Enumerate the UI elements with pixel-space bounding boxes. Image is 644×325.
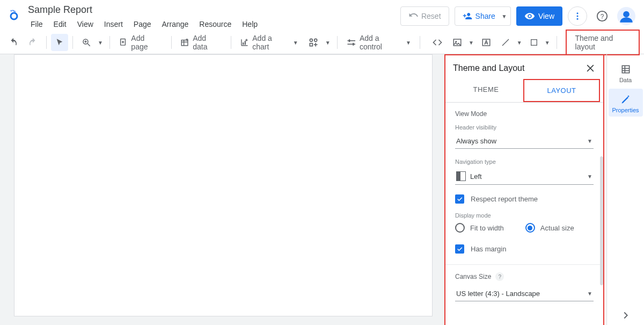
add-data-button[interactable]: Add data [176, 34, 226, 51]
svg-rect-21 [245, 41, 246, 45]
actual-size-radio[interactable] [525, 223, 535, 233]
header-visibility-label: Header visibility [455, 124, 594, 131]
svg-text:?: ? [601, 13, 604, 20]
community-viz-dropdown[interactable]: ▼ [323, 34, 333, 51]
menu-file[interactable]: File [26, 18, 48, 31]
line-button[interactable] [496, 34, 515, 51]
community-icon [308, 37, 319, 48]
help-button[interactable]: ? [592, 6, 612, 26]
menubar: File Edit View Insert Page Arrange Resou… [26, 18, 262, 31]
select-tool[interactable] [51, 34, 68, 51]
menu-help[interactable]: Help [237, 18, 262, 31]
view-button[interactable]: View [516, 6, 562, 26]
zoom-dropdown[interactable]: ▼ [96, 34, 105, 51]
user-icon [619, 9, 634, 24]
svg-point-0 [11, 13, 17, 19]
pencil-icon [620, 94, 631, 105]
caret-down-icon: ▼ [325, 40, 331, 46]
divider [445, 264, 603, 265]
page-add-icon [119, 38, 128, 47]
zoom-icon [82, 38, 91, 47]
tab-theme[interactable]: THEME [449, 79, 523, 102]
svg-line-9 [87, 44, 90, 46]
line-icon [501, 38, 510, 47]
menu-view[interactable]: View [72, 18, 98, 31]
code-icon [432, 37, 443, 48]
svg-point-7 [623, 11, 630, 18]
svg-line-36 [502, 39, 509, 46]
respect-theme-label: Respect report theme [471, 195, 538, 203]
menu-insert[interactable]: Insert [99, 18, 128, 31]
image-dropdown[interactable]: ▼ [466, 34, 476, 51]
header-visibility-select[interactable]: Always show ▼ [455, 134, 594, 149]
navigation-type-label: Navigation type [455, 158, 594, 165]
add-page-button[interactable]: Add page [114, 34, 167, 51]
person-add-icon [463, 11, 472, 21]
caret-down-icon: ▼ [469, 40, 474, 46]
caret-down-icon: ▼ [406, 40, 411, 46]
menu-arrange[interactable]: Arrange [157, 18, 194, 31]
caret-down-icon: ▼ [293, 40, 298, 46]
toolbar: ▼ Add page Add data Add a chart ▼ ▼ Add … [0, 31, 644, 54]
add-chart-button[interactable]: Add a chart ▼ [236, 34, 303, 51]
shape-icon [530, 38, 538, 47]
caret-down-icon: ▼ [587, 138, 592, 144]
image-button[interactable] [448, 34, 466, 51]
expand-sidebar-button[interactable] [620, 309, 632, 321]
fit-to-width-radio[interactable] [455, 223, 465, 233]
account-avatar[interactable] [617, 7, 635, 25]
tab-layout[interactable]: LAYOUT [523, 79, 600, 102]
share-dropdown-button[interactable]: ▼ [498, 6, 511, 26]
has-margin-checkbox[interactable] [455, 244, 464, 254]
redo-button[interactable] [24, 34, 42, 51]
community-viz-button[interactable] [304, 34, 323, 51]
add-control-button[interactable]: Add a control ▼ [342, 34, 415, 51]
share-button[interactable]: Share [455, 6, 503, 26]
redo-icon [28, 38, 38, 47]
more-options-button[interactable] [568, 6, 587, 26]
eye-icon [524, 11, 535, 21]
svg-rect-15 [181, 40, 188, 46]
right-sidebar: Data Properties [606, 54, 644, 325]
sidebar-item-properties[interactable]: Properties [609, 89, 643, 117]
reset-button[interactable]: Reset [400, 6, 449, 26]
theme-layout-panel: Theme and Layout THEME LAYOUT View Mode … [444, 54, 604, 325]
undo-button[interactable] [4, 34, 23, 51]
svg-point-24 [310, 39, 312, 41]
control-icon [346, 37, 356, 48]
data-icon [620, 64, 631, 75]
menu-resource[interactable]: Resource [194, 18, 236, 31]
shape-dropdown[interactable]: ▼ [543, 34, 552, 51]
sidebar-item-data[interactable]: Data [609, 59, 643, 86]
has-margin-label: Has margin [471, 245, 506, 253]
close-panel-button[interactable] [585, 63, 596, 74]
text-button[interactable] [477, 34, 495, 51]
line-dropdown[interactable]: ▼ [515, 34, 524, 51]
undo-icon [9, 38, 18, 47]
report-canvas[interactable] [14, 54, 433, 316]
check-icon [456, 245, 463, 252]
respect-theme-checkbox[interactable] [455, 194, 464, 204]
view-mode-label: View Mode [455, 110, 594, 118]
canvas-size-help[interactable]: ? [495, 272, 504, 281]
svg-point-1 [10, 10, 12, 11]
fit-to-width-label: Fit to width [470, 224, 504, 232]
svg-point-4 [577, 18, 579, 20]
canvas-size-select[interactable]: US letter (4:3) - Landscape ▼ [455, 286, 594, 301]
navigation-type-select[interactable]: Left ▼ [455, 168, 594, 185]
menu-page[interactable]: Page [129, 18, 156, 31]
menu-edit[interactable]: Edit [49, 18, 71, 31]
embed-button[interactable] [428, 34, 447, 51]
theme-and-layout-button[interactable]: Theme and layout [566, 30, 640, 55]
shape-button[interactable] [525, 34, 543, 51]
panel-title: Theme and Layout [453, 63, 524, 73]
canvas-area[interactable] [0, 54, 444, 325]
undo-arrow-icon [408, 11, 418, 21]
zoom-button[interactable] [77, 34, 96, 51]
document-title[interactable]: Sample Report [26, 3, 262, 17]
chevron-right-icon [620, 309, 632, 321]
text-icon [481, 38, 491, 47]
svg-rect-26 [310, 44, 312, 46]
scrollbar[interactable] [600, 156, 603, 285]
svg-point-34 [455, 41, 457, 42]
